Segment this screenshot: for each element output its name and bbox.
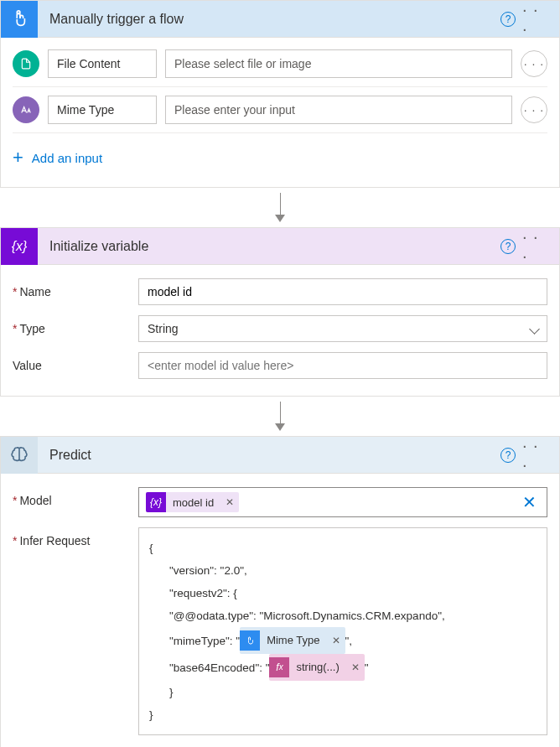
token-label: model id — [166, 494, 220, 511]
variable-header[interactable]: {x} Initialize variable ? · · · — [1, 228, 559, 265]
connector-arrow — [0, 397, 560, 436]
model-row: Model {x} model id ✕ ✕ — [13, 482, 547, 522]
variable-icon: {x} — [1, 228, 38, 265]
fx-icon: fx — [269, 657, 289, 677]
touch-icon — [1, 1, 38, 38]
predict-body: Model {x} model id ✕ ✕ Infer Request { "… — [1, 474, 559, 747]
add-input-button[interactable]: + Add an input — [13, 133, 547, 175]
touch-icon — [240, 630, 260, 651]
predict-title: Predict — [38, 448, 500, 463]
model-input[interactable]: {x} model id ✕ ✕ — [138, 487, 547, 517]
predict-card: Predict ? · · · Model {x} model id ✕ ✕ I… — [0, 436, 560, 747]
file-content-input[interactable]: Please select file or image — [165, 49, 512, 78]
code-line: "requestv2": { — [149, 582, 537, 604]
infer-row: Infer Request { "version": "2.0", "reque… — [13, 522, 547, 740]
type-label: Type — [13, 315, 130, 335]
connector-arrow — [0, 188, 560, 227]
type-select[interactable]: String — [138, 315, 547, 342]
code-line: "@@odata.type": "Microsoft.Dynamics.CRM.… — [149, 604, 537, 627]
token-label: Mime Type — [260, 627, 326, 654]
trigger-card: Manually trigger a flow ? · · · File Con… — [0, 0, 560, 188]
token-remove-icon[interactable]: ✕ — [327, 630, 345, 651]
help-icon[interactable]: ? — [500, 239, 516, 254]
name-label: Name — [13, 278, 130, 298]
chevron-down-icon — [531, 322, 538, 335]
model-id-token[interactable]: {x} model id ✕ — [146, 492, 239, 512]
token-label: string(...) — [289, 654, 345, 681]
infer-label: Infer Request — [13, 527, 130, 547]
more-menu-icon[interactable]: · · · — [522, 442, 549, 469]
mime-type-input[interactable]: Please enter your input — [165, 96, 512, 124]
code-line: "mimeType": " Mime Type ✕ ", — [149, 627, 537, 654]
token-remove-icon[interactable]: ✕ — [346, 657, 365, 677]
code-line: { — [149, 537, 537, 559]
row-more-icon[interactable]: · · · — [521, 96, 547, 123]
help-icon[interactable]: ? — [500, 448, 516, 463]
model-label: Model — [13, 487, 130, 507]
trigger-title: Manually trigger a flow — [38, 12, 500, 27]
value-input[interactable] — [138, 352, 547, 379]
code-line: } — [149, 681, 537, 703]
expression-token[interactable]: fx string(...) ✕ — [269, 654, 364, 681]
type-row: Type String — [13, 310, 547, 347]
value-row: Value — [13, 347, 547, 384]
text-icon — [13, 96, 39, 123]
predict-header[interactable]: Predict ? · · · — [1, 437, 559, 474]
code-line: "base64Encoded": " fx string(...) ✕ " — [149, 654, 537, 681]
file-content-row: File Content Please select file or image… — [13, 46, 547, 87]
more-menu-icon[interactable]: · · · — [522, 6, 549, 33]
variable-card: {x} Initialize variable ? · · · Name Typ… — [0, 227, 560, 397]
mime-type-label[interactable]: Mime Type — [48, 96, 157, 124]
variable-body: Name Type String Value — [1, 265, 559, 396]
help-icon[interactable]: ? — [500, 12, 516, 27]
value-label: Value — [13, 352, 130, 372]
more-menu-icon[interactable]: · · · — [522, 233, 549, 260]
clear-icon[interactable]: ✕ — [519, 492, 540, 512]
name-input[interactable] — [138, 278, 547, 305]
brain-icon — [1, 437, 38, 474]
file-icon — [13, 50, 39, 77]
svg-point-0 — [17, 10, 20, 13]
code-line: "version": "2.0", — [149, 559, 537, 582]
add-input-label: Add an input — [32, 151, 102, 165]
variable-title: Initialize variable — [38, 239, 500, 254]
trigger-body: File Content Please select file or image… — [1, 38, 559, 187]
type-value: String — [148, 322, 179, 335]
file-content-label[interactable]: File Content — [48, 49, 157, 78]
plus-icon: + — [13, 147, 23, 169]
row-more-icon[interactable]: · · · — [521, 50, 547, 77]
name-row: Name — [13, 273, 547, 310]
trigger-header[interactable]: Manually trigger a flow ? · · · — [1, 1, 559, 38]
mime-type-row: Mime Type Please enter your input · · · — [13, 87, 547, 133]
token-remove-icon[interactable]: ✕ — [220, 496, 239, 508]
infer-request-input[interactable]: { "version": "2.0", "requestv2": { "@@od… — [138, 527, 547, 735]
code-line: } — [149, 703, 537, 726]
variable-icon: {x} — [146, 492, 166, 512]
mime-type-token[interactable]: Mime Type ✕ — [240, 627, 345, 654]
